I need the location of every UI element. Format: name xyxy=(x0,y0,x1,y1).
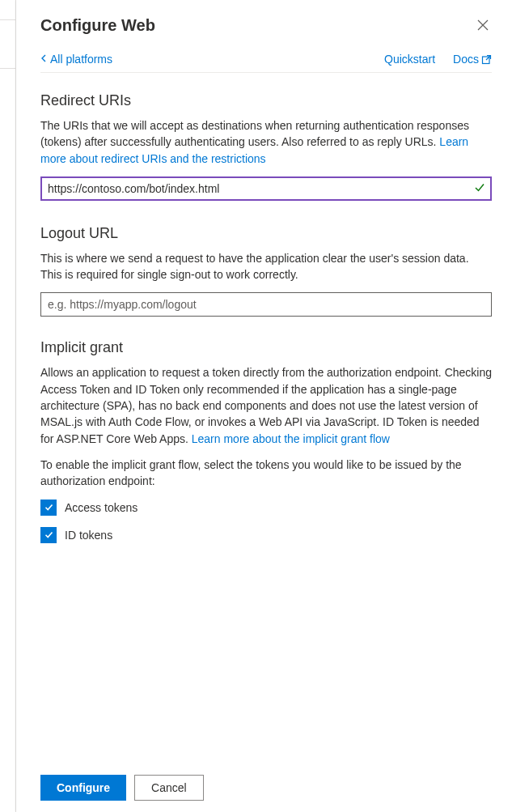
cancel-button[interactable]: Cancel xyxy=(134,775,204,801)
configure-button[interactable]: Configure xyxy=(40,775,126,801)
redirect-uris-desc: The URIs that we will accept as destinat… xyxy=(40,117,492,167)
access-tokens-checkbox[interactable]: Access tokens xyxy=(40,500,492,516)
back-link-label: All platforms xyxy=(50,53,112,66)
chevron-left-icon xyxy=(40,54,47,64)
close-button[interactable] xyxy=(474,16,492,36)
implicit-learn-more-link[interactable]: Learn more about the implicit grant flow xyxy=(192,432,390,445)
checkbox-checked-icon xyxy=(40,500,57,516)
id-tokens-label: ID tokens xyxy=(65,529,112,542)
logout-url-heading: Logout URL xyxy=(40,225,492,242)
logout-url-desc: This is where we send a request to have … xyxy=(40,250,492,283)
back-all-platforms-link[interactable]: All platforms xyxy=(40,53,112,66)
panel-title: Configure Web xyxy=(40,16,155,35)
external-link-icon xyxy=(481,54,492,65)
redirect-uris-heading: Redirect URIs xyxy=(40,92,492,109)
docs-link-label: Docs xyxy=(453,53,479,66)
id-tokens-checkbox[interactable]: ID tokens xyxy=(40,527,492,543)
logout-url-input[interactable] xyxy=(40,292,492,317)
access-tokens-label: Access tokens xyxy=(65,501,138,514)
docs-link[interactable]: Docs xyxy=(453,53,492,66)
divider xyxy=(40,72,492,73)
close-icon xyxy=(477,19,489,31)
implicit-grant-heading: Implicit grant xyxy=(40,339,492,356)
quickstart-link[interactable]: Quickstart xyxy=(384,53,435,66)
redirect-uri-input[interactable] xyxy=(40,176,492,201)
checkbox-checked-icon xyxy=(40,527,57,543)
implicit-grant-desc: Allows an application to request a token… xyxy=(40,364,492,446)
implicit-enable-text: To enable the implicit grant flow, selec… xyxy=(40,457,492,490)
